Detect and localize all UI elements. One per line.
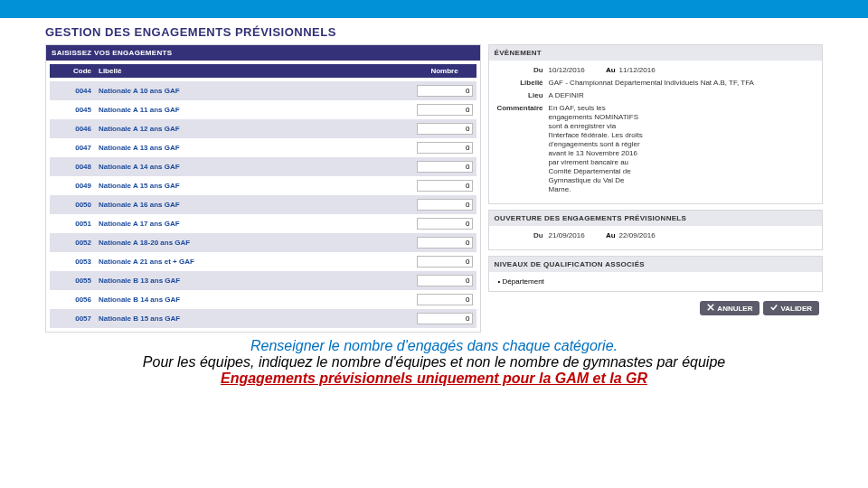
- row-nombre-cell: [413, 121, 476, 136]
- table-row: 0044Nationale A 10 ans GAF: [50, 81, 476, 100]
- event-lieu-value: A DEFINIR: [549, 91, 815, 100]
- niveaux-panel-header: NIVEAUX DE QUALIFICATION ASSOCIÉS: [489, 257, 822, 272]
- nombre-input[interactable]: [417, 237, 473, 249]
- row-code: 0053: [50, 256, 95, 267]
- nombre-input[interactable]: [417, 161, 473, 173]
- ouverture-panel-header: OUVERTURE DES ENGAGEMENTS PRÉVISIONNELS: [489, 211, 822, 226]
- row-code: 0047: [50, 142, 95, 154]
- caption-block: Renseigner le nombre d'engagés dans chaq…: [0, 338, 868, 387]
- event-au-value: 11/12/2016: [619, 66, 656, 75]
- row-nombre-cell: [413, 197, 476, 212]
- row-nombre-cell: [413, 254, 476, 269]
- ouverture-au-value: 22/09/2016: [619, 231, 656, 240]
- table-row: 0049Nationale A 15 ans GAF: [50, 176, 476, 195]
- table-row: 0056Nationale B 14 ans GAF: [50, 290, 476, 309]
- table-row: 0057Nationale B 15 ans GAF: [50, 309, 476, 328]
- row-libelle: Nationale A 15 ans GAF: [95, 180, 413, 192]
- event-libelle-value: GAF - Championnat Départemental Individu…: [549, 79, 815, 88]
- close-icon: [707, 304, 714, 313]
- check-icon: [770, 304, 778, 313]
- nombre-input[interactable]: [417, 256, 473, 267]
- row-libelle: Nationale A 10 ans GAF: [95, 85, 413, 97]
- caption-line-3: Engagements prévisionnels uniquement pou…: [0, 371, 868, 387]
- row-libelle: Nationale A 18-20 ans GAF: [95, 237, 413, 249]
- row-libelle: Nationale A 11 ans GAF: [95, 104, 413, 116]
- ouverture-du-value: 21/09/2016: [549, 231, 585, 240]
- row-code: 0050: [50, 199, 95, 211]
- event-lieu-label: Lieu: [496, 91, 549, 100]
- row-libelle: Nationale A 12 ans GAF: [95, 123, 413, 135]
- nombre-input[interactable]: [417, 142, 473, 154]
- event-du-value: 10/12/2016: [549, 66, 585, 75]
- row-libelle: Nationale A 21 ans et + GAF: [95, 256, 413, 267]
- table-header: Code Libellé Nombre: [50, 64, 476, 78]
- niveaux-panel: NIVEAUX DE QUALIFICATION ASSOCIÉS Départ…: [488, 256, 823, 292]
- row-nombre-cell: [413, 140, 476, 155]
- row-nombre-cell: [413, 273, 476, 288]
- row-libelle: Nationale B 13 ans GAF: [95, 275, 413, 286]
- table-row: 0055Nationale B 13 ans GAF: [50, 271, 476, 290]
- nombre-input[interactable]: [417, 104, 473, 116]
- row-code: 0045: [50, 104, 95, 116]
- table-body: 0044Nationale A 10 ans GAF0045Nationale …: [50, 81, 476, 328]
- row-nombre-cell: [413, 102, 476, 117]
- nombre-input[interactable]: [417, 123, 473, 135]
- table-row: 0046Nationale A 12 ans GAF: [50, 119, 476, 138]
- row-code: 0046: [50, 123, 95, 135]
- event-au-label: Au: [601, 66, 619, 75]
- row-libelle: Nationale A 16 ans GAF: [95, 199, 413, 211]
- table-row: 0045Nationale A 11 ans GAF: [50, 100, 476, 119]
- row-code: 0055: [50, 275, 95, 286]
- caption-line-2: Pour les équipes, indiquez le nombre d'é…: [0, 354, 868, 371]
- page-title: GESTION DES ENGAGEMENTS PRÉVISIONNELS: [45, 25, 823, 39]
- row-code: 0048: [50, 161, 95, 173]
- table-row: 0050Nationale A 16 ans GAF: [50, 195, 476, 214]
- row-nombre-cell: [413, 159, 476, 174]
- row-libelle: Nationale B 15 ans GAF: [95, 313, 413, 324]
- row-nombre-cell: [413, 216, 476, 231]
- table-row: 0053Nationale A 21 ans et + GAF: [50, 252, 476, 271]
- cancel-button[interactable]: ANNULER: [700, 301, 760, 315]
- event-panel-header: ÉVÈNEMENT: [489, 45, 822, 61]
- ouverture-au-label: Au: [601, 231, 619, 240]
- table-row: 0052Nationale A 18-20 ans GAF: [50, 233, 476, 252]
- row-nombre-cell: [413, 292, 476, 307]
- nombre-input[interactable]: [417, 180, 473, 192]
- event-comment-label: Commentaire: [496, 104, 549, 194]
- col-code: Code: [50, 64, 95, 78]
- event-comment-value: En GAF, seuls les engagements NOMINATIFS…: [549, 104, 648, 194]
- row-code: 0057: [50, 313, 95, 324]
- caption-line-1: Renseigner le nombre d'engagés dans chaq…: [0, 338, 868, 354]
- row-libelle: Nationale A 14 ans GAF: [95, 161, 413, 173]
- row-nombre-cell: [413, 311, 476, 326]
- ouverture-panel: OUVERTURE DES ENGAGEMENTS PRÉVISIONNELS …: [488, 210, 823, 250]
- nombre-input[interactable]: [417, 313, 473, 324]
- row-code: 0056: [50, 294, 95, 305]
- row-libelle: Nationale B 14 ans GAF: [95, 294, 413, 305]
- row-libelle: Nationale A 17 ans GAF: [95, 218, 413, 230]
- niveaux-item: Département: [498, 277, 813, 286]
- engagements-panel: SAISISSEZ VOS ENGAGEMENTS Code Libellé N…: [45, 44, 481, 333]
- row-code: 0051: [50, 218, 95, 230]
- validate-button[interactable]: VALIDER: [763, 301, 819, 315]
- top-blue-bar: [0, 0, 868, 18]
- nombre-input[interactable]: [417, 294, 473, 305]
- engagements-panel-header: SAISISSEZ VOS ENGAGEMENTS: [46, 45, 480, 61]
- event-du-label: Du: [496, 66, 549, 75]
- ouverture-du-label: Du: [496, 231, 549, 240]
- table-row: 0048Nationale A 14 ans GAF: [50, 157, 476, 176]
- table-row: 0047Nationale A 13 ans GAF: [50, 138, 476, 157]
- row-nombre-cell: [413, 178, 476, 193]
- row-code: 0044: [50, 85, 95, 97]
- cancel-label: ANNULER: [717, 305, 752, 313]
- nombre-input[interactable]: [417, 218, 473, 230]
- row-nombre-cell: [413, 83, 476, 99]
- row-libelle: Nationale A 13 ans GAF: [95, 142, 413, 154]
- nombre-input[interactable]: [417, 275, 473, 286]
- col-nombre: Nombre: [413, 64, 476, 78]
- event-panel: ÉVÈNEMENT Du 10/12/2016 Au 11/12/2016: [488, 44, 823, 204]
- nombre-input[interactable]: [417, 199, 473, 211]
- validate-label: VALIDER: [780, 305, 812, 313]
- row-nombre-cell: [413, 235, 476, 250]
- nombre-input[interactable]: [417, 85, 473, 97]
